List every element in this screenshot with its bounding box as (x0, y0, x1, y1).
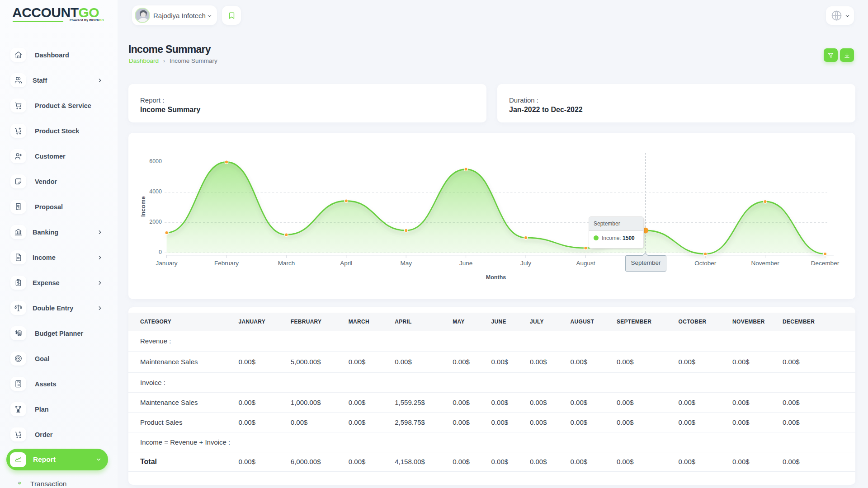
svg-text:4000: 4000 (149, 188, 162, 195)
svg-text:6000: 6000 (149, 158, 162, 164)
svg-text:May: May (400, 260, 412, 267)
svg-text:July: July (520, 260, 531, 267)
svg-text:November: November (751, 260, 779, 267)
svg-text:December: December (811, 260, 840, 267)
svg-text:2000: 2000 (149, 219, 162, 225)
svg-text:March: March (278, 260, 295, 267)
svg-text:Months: Months (486, 274, 506, 281)
svg-text:January: January (156, 260, 178, 267)
svg-text:October: October (694, 260, 717, 267)
svg-text:August: August (576, 260, 595, 267)
svg-text:0: 0 (159, 249, 162, 255)
svg-text:February: February (214, 260, 239, 267)
svg-text:June: June (459, 260, 472, 267)
svg-text:April: April (340, 260, 352, 267)
svg-text:Income: Income (140, 196, 146, 217)
